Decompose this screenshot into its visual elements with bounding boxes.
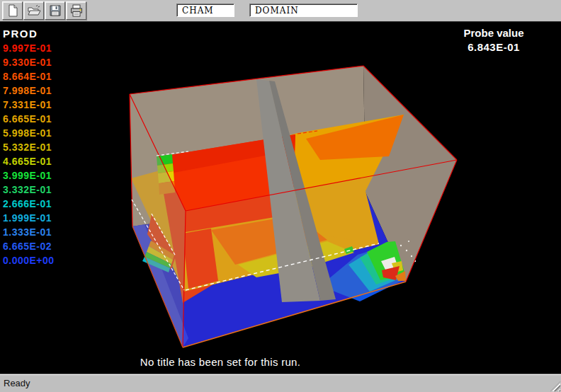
probe-readout: Probe value 6.843E-01	[453, 27, 534, 53]
legend-entry: 2.666E-01	[3, 197, 55, 211]
toolbar	[0, 0, 561, 22]
legend-entry: 8.664E-01	[3, 69, 55, 83]
legend-entry: 5.998E-01	[3, 126, 55, 140]
legend-entry: 1.333E-01	[3, 225, 55, 239]
save-icon	[48, 4, 62, 18]
legend: PROD 9.997E-019.330E-018.664E-017.998E-0…	[3, 28, 55, 267]
application-window: PROD 9.997E-019.330E-018.664E-017.998E-0…	[0, 0, 561, 392]
open-file-button[interactable]	[23, 1, 44, 20]
resize-grip-icon[interactable]	[550, 381, 560, 391]
legend-entry: 6.665E-01	[3, 112, 55, 126]
new-file-icon	[6, 4, 20, 18]
legend-title: PROD	[3, 28, 55, 40]
legend-entry: 3.999E-01	[3, 168, 55, 183]
legend-entry: 4.665E-01	[3, 154, 55, 168]
open-folder-icon	[27, 4, 41, 18]
legend-entry: 9.330E-01	[3, 55, 55, 69]
legend-entry: 7.331E-01	[3, 98, 55, 112]
legend-entry: 6.665E-02	[3, 239, 55, 253]
legend-entry: 3.332E-01	[3, 183, 55, 197]
legend-entry: 7.998E-01	[3, 83, 55, 98]
run-title-message: No title has been set for this run.	[91, 356, 350, 368]
legend-entry: 5.332E-01	[3, 140, 55, 154]
domain-field[interactable]	[249, 4, 358, 17]
probe-label: Probe value	[453, 27, 534, 39]
print-button[interactable]	[66, 1, 86, 20]
legend-entry: 0.000E+00	[3, 253, 55, 267]
scene-3d[interactable]	[0, 22, 561, 374]
legend-entry: 9.997E-01	[3, 41, 55, 55]
new-file-button[interactable]	[2, 1, 23, 20]
legend-entry: 1.999E-01	[3, 211, 55, 225]
probe-value: 6.843E-01	[453, 41, 534, 53]
cham-field[interactable]	[176, 4, 234, 17]
print-icon	[69, 4, 84, 18]
save-button[interactable]	[45, 1, 65, 20]
status-text: Ready	[4, 378, 30, 388]
legend-entries: 9.997E-019.330E-018.664E-017.998E-017.33…	[3, 41, 55, 267]
status-bar: Ready	[0, 374, 561, 392]
viewport-3d[interactable]: PROD 9.997E-019.330E-018.664E-017.998E-0…	[0, 22, 561, 374]
